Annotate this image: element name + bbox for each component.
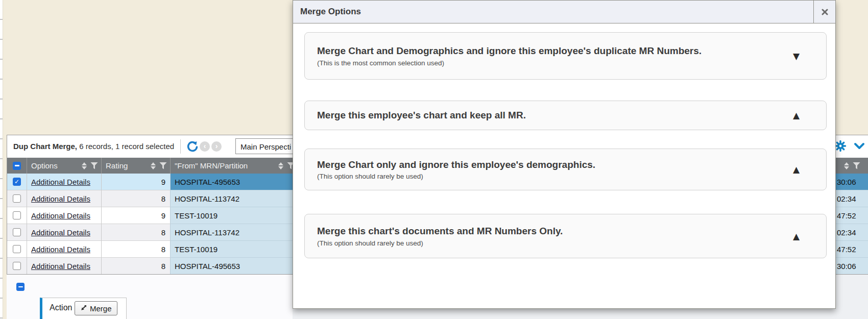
row-checkbox[interactable] (13, 194, 21, 203)
next-page-icon[interactable]: › (211, 141, 222, 152)
additional-details-link[interactable]: Additional Details (31, 194, 90, 203)
merge-button-label: Merge (90, 304, 112, 313)
additional-details-link[interactable]: Additional Details (31, 228, 90, 237)
sort-icon[interactable] (82, 162, 87, 169)
mrn-cell: HOSPITAL-495653 (171, 258, 298, 275)
merge-option-heading: Merge this employee's chart and keep all… (317, 109, 526, 121)
close-icon (822, 9, 828, 15)
merge-option-note: (This option should rarely be used) (317, 239, 563, 247)
column-header-mrn[interactable]: "From" MRN/Partition (175, 161, 277, 170)
time-cell: 30:06 (833, 174, 868, 190)
row-checkbox[interactable] (13, 245, 21, 253)
merge-option-panel[interactable]: Merge Chart only and ignore this employe… (304, 149, 827, 190)
dialog-titlebar: Merge Options (293, 1, 835, 23)
select-all-footer-checkbox[interactable] (16, 283, 25, 291)
gear-icon[interactable] (834, 140, 847, 154)
toolbar-divider (180, 139, 181, 154)
rating-cell: 9 (102, 207, 171, 224)
sort-icon[interactable] (278, 162, 283, 169)
mrn-cell: TEST-10019 (171, 207, 298, 224)
merge-option-heading: Merge this chart's documents and MR Numb… (317, 225, 563, 237)
table-title: Dup Chart Merge, 6 records, 1 record sel… (13, 135, 174, 158)
chevron-down-icon[interactable] (854, 142, 865, 152)
merge-option-panel[interactable]: Merge this employee's chart and keep all… (304, 101, 827, 130)
rating-cell: 8 (102, 224, 171, 241)
row-checkbox[interactable] (13, 211, 21, 219)
sort-icon[interactable] (844, 162, 849, 169)
time-cell: 02:34 (833, 224, 868, 241)
merge-arrows-icon (79, 305, 87, 312)
rating-cell: 8 (102, 258, 171, 275)
rating-cell: 8 (102, 241, 171, 258)
merge-options-dialog: Merge Options Merge Chart and Demographi… (293, 0, 836, 309)
expand-collapse-arrow-icon[interactable]: ▲ (793, 110, 800, 120)
merge-button[interactable]: Merge (75, 301, 117, 315)
mrn-cell: TEST-10019 (171, 241, 298, 258)
additional-details-link[interactable]: Additional Details (31, 211, 90, 220)
merge-option-heading: Merge Chart only and ignore this employe… (317, 159, 595, 171)
sort-icon[interactable] (151, 162, 156, 169)
dialog-title: Merge Options (300, 1, 361, 23)
action-label: Action (50, 303, 72, 312)
filter-icon[interactable] (159, 162, 167, 169)
row-checkbox[interactable] (13, 228, 21, 236)
select-all-checkbox[interactable] (13, 162, 21, 170)
column-header-rating[interactable]: Rating (106, 161, 150, 170)
rating-cell: 9 (102, 174, 171, 190)
background-panel-edge (0, 0, 3, 319)
mrn-cell: HOSPITAL-495653 (171, 174, 298, 190)
refresh-icon[interactable] (186, 140, 199, 153)
filter-icon[interactable] (90, 162, 98, 169)
mrn-cell: HOSPITAL-113742 (171, 224, 298, 241)
table-title-bold: Dup Chart Merge, (13, 142, 77, 151)
row-checkbox[interactable] (13, 262, 21, 270)
row-checkbox[interactable] (13, 178, 21, 186)
expand-collapse-arrow-icon[interactable]: ▼ (793, 51, 800, 61)
mrn-cell: HOSPITAL-113742 (171, 190, 298, 207)
merge-option-note: (This is the most common selection used) (317, 59, 702, 67)
time-cell: 30:06 (833, 258, 868, 275)
time-cell: 47:52 (833, 241, 868, 258)
time-cell: 47:52 (833, 207, 868, 224)
expand-collapse-arrow-icon[interactable]: ▲ (793, 164, 800, 175)
merge-option-panel[interactable]: Merge Chart and Demographics and ignore … (304, 32, 827, 80)
close-button[interactable] (813, 1, 835, 23)
table-record-summary: 6 records, 1 record selected (77, 142, 174, 151)
time-cell: 02:34 (833, 190, 868, 207)
additional-details-link[interactable]: Additional Details (31, 262, 90, 271)
merge-option-heading: Merge Chart and Demographics and ignore … (317, 45, 702, 57)
column-header-options[interactable]: Options (31, 161, 81, 170)
previous-page-icon[interactable]: ‹ (200, 141, 210, 152)
action-panel: Action Merge (40, 298, 127, 319)
merge-option-note: (This option should rarely be used) (317, 173, 595, 180)
filter-icon[interactable] (853, 162, 860, 169)
merge-option-panel[interactable]: Merge this chart's documents and MR Numb… (304, 214, 827, 258)
rating-cell: 8 (102, 190, 171, 207)
expand-collapse-arrow-icon[interactable]: ▲ (793, 231, 800, 241)
screen: Dup Chart Merge, 6 records, 1 record sel… (0, 0, 868, 319)
additional-details-link[interactable]: Additional Details (31, 178, 90, 186)
additional-details-link[interactable]: Additional Details (31, 245, 90, 254)
